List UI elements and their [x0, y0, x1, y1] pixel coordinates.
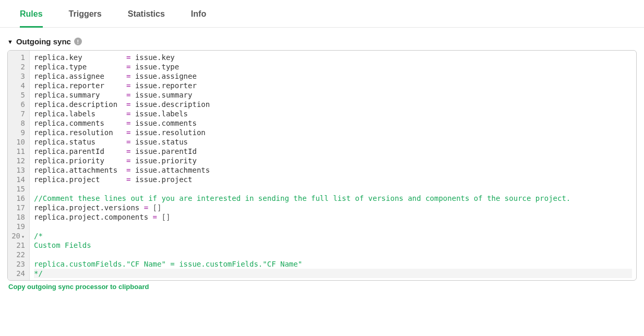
tab-triggers[interactable]: Triggers — [69, 9, 102, 28]
outgoing-sync-toggle[interactable]: ▼ Outgoing sync ! — [5, 37, 639, 46]
tab-statistics[interactable]: Statistics — [128, 9, 165, 28]
section-title: Outgoing sync — [16, 37, 71, 46]
tab-info[interactable]: Info — [191, 9, 206, 28]
copy-outgoing-link[interactable]: Copy outgoing sync processor to clipboar… — [5, 281, 639, 296]
code-editor[interactable]: 1234567891011121314151617181920▾21222324… — [7, 50, 637, 281]
code-area[interactable]: replica.key = issue.keyreplica.type = is… — [30, 51, 636, 280]
info-icon[interactable]: ! — [74, 38, 82, 45]
tab-bar: Rules Triggers Statistics Info — [0, 0, 644, 28]
outgoing-sync-section: ▼ Outgoing sync ! 1234567891011121314151… — [0, 28, 644, 296]
caret-down-icon: ▼ — [7, 39, 13, 45]
tab-rules[interactable]: Rules — [20, 9, 43, 28]
line-gutter: 1234567891011121314151617181920▾21222324 — [8, 51, 30, 280]
